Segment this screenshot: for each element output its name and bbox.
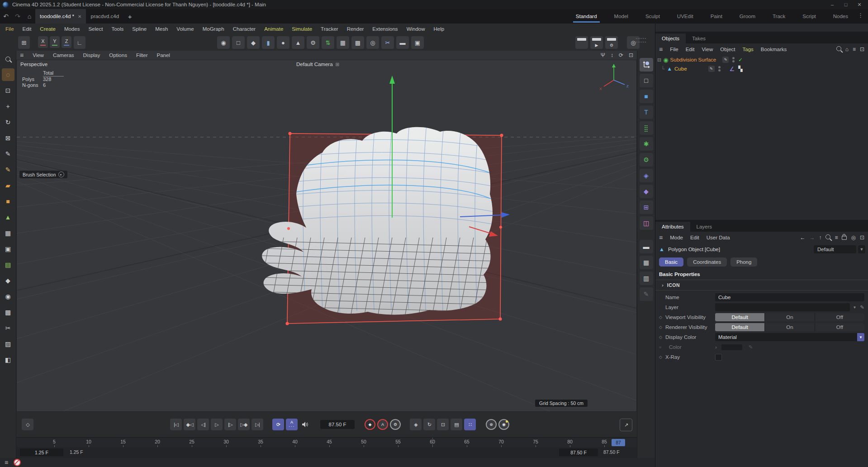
render-view-icon[interactable] — [575, 36, 588, 49]
layout-tab-uvedit[interactable]: UVEdit — [676, 10, 694, 23]
previous-frame-button[interactable]: ◁| — [197, 419, 209, 430]
selection-frame-icon[interactable]: □ — [640, 74, 653, 87]
axis-modify-icon[interactable]: ⊞ — [640, 200, 653, 214]
document-tab-toododile[interactable]: toododile.c4d * ✕ — [35, 9, 86, 24]
menu-create[interactable]: Create — [40, 26, 56, 32]
menu-extensions[interactable]: Extensions — [372, 26, 398, 32]
rotate-tool-icon[interactable]: ↻ — [2, 116, 14, 129]
open-timeline-icon[interactable]: ↗ — [620, 419, 632, 431]
toolbar-grip-handle[interactable] — [636, 38, 646, 43]
menu-tools[interactable]: Tools — [111, 26, 123, 32]
layer-dropdown-arrow-icon[interactable]: ▼ — [853, 305, 856, 310]
home-icon[interactable]: ⌂ — [24, 13, 35, 20]
name-input[interactable]: Cube — [715, 293, 864, 301]
camera-view-icon[interactable]: ▥ — [640, 272, 653, 285]
workplane-mode-icon[interactable]: ◆ — [640, 185, 653, 198]
vp-menu-cameras[interactable]: Cameras — [53, 52, 74, 58]
menu-spline[interactable]: Spline — [132, 26, 147, 32]
vp-menu-display[interactable]: Display — [83, 52, 100, 58]
icon-group-row[interactable]: › ICON — [655, 280, 868, 291]
key-rotation-button[interactable]: ↻ — [423, 419, 435, 430]
menu-mesh[interactable]: Mesh — [155, 26, 168, 32]
figure-tool-icon[interactable]: ◆ — [2, 274, 14, 287]
menu-help[interactable]: Help — [434, 26, 445, 32]
color-expand-icon[interactable]: › — [715, 344, 717, 350]
x-axis-lock-button[interactable]: X — [38, 36, 48, 48]
symmetry-icon[interactable]: ◫ — [640, 216, 653, 230]
xray-checkbox[interactable] — [715, 354, 722, 361]
play-button[interactable]: ▷ — [211, 419, 223, 430]
diamond-anim-icon[interactable]: ◇ — [659, 355, 665, 359]
autokey-range-icon[interactable]: A — [286, 419, 298, 430]
preset-dropdown-arrow-icon[interactable]: ▼ — [858, 245, 865, 253]
current-frame-field[interactable]: 87.50 F — [320, 420, 355, 429]
diamond-anim-icon[interactable]: ◇ — [659, 315, 665, 319]
uvw-tag-icon[interactable]: ▚ — [738, 66, 742, 72]
history-forward-icon[interactable]: → — [809, 234, 815, 241]
loop-playback-icon[interactable]: ⟳ — [272, 419, 284, 430]
grid-array-icon[interactable]: ▦ — [337, 36, 349, 49]
objects-menu-file[interactable]: File — [670, 47, 678, 52]
attr-tab-phong[interactable]: Phong — [730, 257, 757, 267]
camera-grid-icon[interactable]: ⊞ — [336, 62, 339, 67]
segment-off[interactable]: Off — [815, 323, 864, 331]
tree-row-cube[interactable]: └ ▲ Cube ✎ ∠ ▚ — [655, 64, 868, 73]
landscape-icon[interactable]: ▲ — [292, 36, 304, 49]
tab-objects[interactable]: Objects — [655, 33, 686, 43]
character-tool-icon[interactable]: ◉ — [2, 290, 14, 303]
redo-icon[interactable]: ↷ — [12, 13, 24, 20]
close-button[interactable]: ✕ — [853, 2, 866, 8]
sculpt-pen-tool-icon[interactable]: ✎ — [2, 163, 14, 176]
tab-takes[interactable]: Takes — [686, 33, 712, 43]
menu-modes[interactable]: Modes — [64, 26, 80, 32]
keyframe-settings-icon[interactable]: ⚙ — [390, 419, 401, 430]
plane-primitive-icon[interactable]: ▰ — [2, 179, 14, 192]
menu-character[interactable]: Character — [233, 26, 256, 32]
rectangle-selection-tool-icon[interactable]: ⊡ — [2, 84, 14, 97]
vp-menu-panel[interactable]: Panel — [157, 52, 170, 58]
volume-builder-icon[interactable]: ▩ — [2, 306, 14, 319]
objects-filter-icon[interactable]: ≡ — [853, 46, 856, 52]
record-keyframe-button[interactable]: ◆ — [365, 419, 375, 430]
lock-icon[interactable] — [842, 234, 847, 241]
color-swatch[interactable] — [721, 344, 742, 350]
y-axis-lock-button[interactable]: Y — [50, 36, 60, 48]
texture-mode-icon[interactable]: T — [640, 105, 653, 119]
attributes-filter-icon[interactable]: ≡ — [835, 234, 838, 241]
objects-search-icon[interactable] — [836, 46, 841, 52]
edges-mode-icon[interactable]: ✱ — [640, 137, 653, 151]
objects-menu-edit[interactable]: Edit — [686, 47, 695, 52]
segment-default[interactable]: Default — [715, 313, 764, 321]
menu-file[interactable]: File — [5, 26, 14, 32]
menu-window[interactable]: Window — [407, 26, 425, 32]
maximize-button[interactable]: □ — [839, 2, 853, 7]
goto-start-button[interactable]: |◁ — [170, 419, 182, 430]
parent-up-icon[interactable]: ↑ — [819, 234, 821, 241]
layer-input[interactable] — [715, 303, 850, 311]
add-tab-button[interactable]: + — [123, 13, 136, 20]
diamond-anim-icon[interactable]: ◇ — [659, 335, 665, 339]
rounded-square-icon[interactable]: □ — [232, 36, 245, 49]
edit-override-icon[interactable]: ✎ — [722, 57, 729, 63]
segment-on[interactable]: On — [765, 313, 814, 321]
camera-label[interactable]: Default Camera ⊞ — [296, 62, 339, 67]
key-scale-button[interactable]: ⊡ — [437, 419, 449, 430]
view-label[interactable]: Perspective — [20, 62, 47, 67]
z-axis-lock-button[interactable]: Z — [62, 36, 71, 48]
menu-mograph[interactable]: MoGraph — [203, 26, 224, 32]
range-start-field[interactable]: 1.25 F — [20, 448, 63, 456]
cube-primitive-icon[interactable]: ■ — [2, 195, 14, 208]
popout-icon[interactable]: ⊡ — [860, 234, 864, 241]
attr-menu-edit[interactable]: Edit — [690, 235, 699, 240]
visibility-dots-icon[interactable] — [732, 57, 735, 62]
range-end-field[interactable]: 87.50 F — [559, 448, 598, 456]
layout-overflow-icon[interactable]: ⋮ — [858, 12, 863, 19]
timeline-playhead[interactable]: 87 — [612, 439, 625, 446]
model-mode-icon[interactable]: ■ — [640, 90, 653, 103]
toggle-views-icon[interactable]: ⊡ — [629, 52, 633, 58]
vp-menu-filter[interactable]: Filter — [136, 52, 148, 58]
live-selection-ring-icon[interactable]: ◉ — [217, 36, 230, 49]
objects-popout-icon[interactable]: ⊡ — [860, 46, 864, 52]
volume-gear-icon[interactable]: ◎ — [366, 36, 379, 49]
scale-tool-icon[interactable]: ⊠ — [2, 132, 14, 144]
